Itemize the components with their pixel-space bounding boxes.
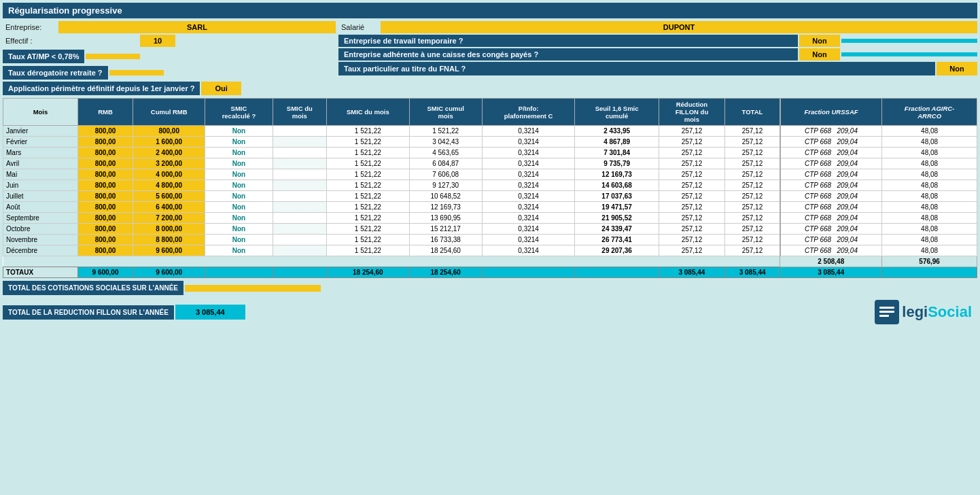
taux-at-value [86,54,140,59]
cell-smic-mois-1 [273,137,327,148]
cell-total: 257,12 [725,126,780,137]
cell-smic-mois-1 [273,202,327,213]
cell-p-info: 0,3214 [482,224,575,235]
cell-seuil: 9 735,79 [575,158,659,169]
cell-agirc: 48,08 [882,148,977,158]
totaux-fraction-total: 3 085,44 [780,267,882,278]
cell-reduction: 257,12 [659,180,724,191]
cell-month: Mars [3,148,78,158]
cell-smic-du-mois: 1 521,22 [327,235,409,245]
cell-cumul: 800,00 [133,126,205,137]
cell-month: Juin [3,180,78,191]
table-row: Décembre 800,00 9 600,00 Non 1 521,22 18… [3,245,977,256]
cell-smic-du-mois: 1 521,22 [327,137,409,148]
cell-month: Novembre [3,235,78,245]
cell-reduction: 257,12 [659,158,724,169]
table-row: Mars 800,00 2 400,00 Non 1 521,22 4 563,… [3,148,977,158]
totaux-row: TOTAUX 9 600,00 9 600,00 18 254,60 18 25… [3,267,977,278]
cell-fraction-urssaf: CTP 668 209,04 [780,202,882,213]
title-bar: Régularisation progressive [3,3,977,18]
cell-smic-du-mois: 1 521,22 [327,202,409,213]
cell-cumul: 8 800,00 [133,235,205,245]
cell-cumul: 4 000,00 [133,169,205,180]
cell-fraction-urssaf: CTP 668 209,04 [780,213,882,224]
cell-rmb: 800,00 [77,191,133,202]
cell-p-info: 0,3214 [482,137,575,148]
cell-smic-cumul: 15 212,17 [409,224,482,235]
cell-seuil: 17 037,63 [575,191,659,202]
q2-spacer [841,52,977,56]
th-smic-du-mois-1: SMIC dumois [273,99,327,126]
totaux-rmb: 9 600,00 [77,267,133,278]
effectif-value: 10 [140,35,175,47]
cell-agirc: 48,08 [882,213,977,224]
cell-reduction: 257,12 [659,245,724,256]
cell-smic-du-mois: 1 521,22 [327,148,409,158]
cell-rmb: 800,00 [77,137,133,148]
cell-reduction: 257,12 [659,213,724,224]
th-rmb: RMB [77,99,133,126]
cell-smic-rec: Non [205,148,273,158]
th-fraction-urssaf: Fraction URSSAF [780,99,882,126]
cell-fraction-urssaf: CTP 668 209,04 [780,158,882,169]
cell-fraction-urssaf: CTP 668 209,04 [780,137,882,148]
cell-p-info: 0,3214 [482,191,575,202]
cell-smic-mois-1 [273,235,327,245]
cell-agirc: 48,08 [882,137,977,148]
th-mois: Mois [3,99,78,126]
cell-month: Décembre [3,245,78,256]
cell-smic-rec: Non [205,245,273,256]
cell-smic-mois-1 [273,158,327,169]
cell-fraction-urssaf: CTP 668 209,04 [780,169,882,180]
cell-reduction: 257,12 [659,148,724,158]
q2-text: Entreprise adhérente à une caisse des co… [338,48,798,61]
th-reduction: RéductionFILLON dumois [659,99,724,126]
cell-smic-rec: Non [205,169,273,180]
cotisations-value [185,285,321,292]
cell-reduction: 257,12 [659,235,724,245]
cell-fraction-urssaf: CTP 668 209,04 [780,224,882,235]
cell-agirc: 48,08 [882,245,977,256]
cell-fraction-urssaf: CTP 668 209,04 [780,235,882,245]
cell-fraction-urssaf: CTP 668 209,04 [780,148,882,158]
cell-total: 257,12 [725,137,780,148]
cell-smic-rec: Non [205,235,273,245]
cell-total: 257,12 [725,158,780,169]
entreprise-label: Entreprise: [3,22,57,33]
cell-rmb: 800,00 [77,148,133,158]
cell-total: 257,12 [725,235,780,245]
cell-seuil: 14 603,68 [575,180,659,191]
th-seuil: Seuil 1,6 Smiccumulé [575,99,659,126]
logo-text-suffix: Social [928,303,972,321]
cell-smic-cumul: 7 606,08 [409,169,482,180]
cell-smic-cumul: 3 042,43 [409,137,482,148]
cell-smic-cumul: 18 254,60 [409,245,482,256]
totaux-total: 3 085,44 [725,267,780,278]
taux-at-label: Taux AT/MP < 0,78% [3,50,84,63]
cell-rmb: 800,00 [77,245,133,256]
cell-total: 257,12 [725,213,780,224]
footer-section: TOTAL DES COTISATIONS SOCIALES SUR L'ANN… [3,281,977,327]
main-table: Mois RMB Cumul RMB SMICrecalculé ? SMIC … [3,98,977,278]
cell-total: 257,12 [725,191,780,202]
cell-seuil: 4 867,89 [575,137,659,148]
table-row: Janvier 800,00 800,00 Non 1 521,22 1 521… [3,126,977,137]
cell-month: Mai [3,169,78,180]
cell-smic-rec: Non [205,202,273,213]
cell-smic-rec: Non [205,224,273,235]
taux-dero-label: Taux dérogatoire retraite ? [3,66,108,80]
cell-smic-du-mois: 1 521,22 [327,158,409,169]
entreprise-value: SARL [58,21,336,33]
th-smic-cumul: SMIC cumulmois [409,99,482,126]
cell-month: Janvier [3,126,78,137]
cell-smic-rec: Non [205,180,273,191]
cell-fraction-urssaf: CTP 668 209,04 [780,126,882,137]
cell-smic-cumul: 1 521,22 [409,126,482,137]
subtotal-row: 2 508,48 576,96 [3,256,977,267]
cell-smic-mois-1 [273,191,327,202]
cell-seuil: 2 433,95 [575,126,659,137]
q1-text: Entreprise de travail temporaire ? [338,35,798,47]
cell-agirc: 48,08 [882,202,977,213]
cell-agirc: 48,08 [882,180,977,191]
cell-fraction-urssaf: CTP 668 209,04 [780,191,882,202]
